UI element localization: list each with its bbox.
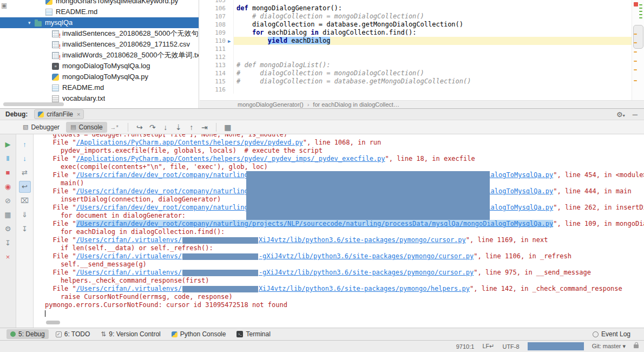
pin-tab-icon[interactable]: ↧ xyxy=(19,223,31,235)
stack-frame-link[interactable]: /Users/crifan/.virtualenvs/ xyxy=(76,269,182,276)
status-git-branch[interactable]: Git: master ▾ xyxy=(592,343,626,350)
toolwindow-button[interactable]: >_Terminal xyxy=(233,329,274,339)
debugger-tab-icon: ▧ xyxy=(23,123,28,131)
console-panel[interactable]: globals = debugger.run(setup['file'], No… xyxy=(34,134,644,328)
tree-horizontal-scrollbar[interactable] xyxy=(3,102,64,106)
jump-to-source-icon[interactable]: ⇄ xyxy=(19,167,31,179)
code-text: for eachDialog in dialogCollection.find(… xyxy=(233,29,644,37)
toolbar-separator xyxy=(128,123,128,132)
code-line[interactable]: 106def mongoDialogGenerator(): xyxy=(200,4,644,12)
status-encoding[interactable]: UTF-8 xyxy=(502,343,519,350)
toolwindow-button[interactable]: Python Console xyxy=(168,329,230,339)
console-horizontal-scrollbar[interactable] xyxy=(46,321,60,324)
status-caret-position[interactable]: 9710:1 xyxy=(456,343,475,350)
code-line[interactable]: 116 xyxy=(200,86,644,94)
breadcrumb-item[interactable]: for eachDialog in dialogCollect… xyxy=(313,101,399,108)
tab-debugger[interactable]: ▧ Debugger xyxy=(18,122,64,133)
code-line[interactable]: 111 xyxy=(200,45,644,53)
stack-frame-link[interactable]: XiJ4vtz/lib/python3.6/site-packages/pymo… xyxy=(259,236,466,244)
code-line[interactable]: 109 for eachDialog in dialogCollection.f… xyxy=(200,29,644,37)
toolwindow-label: Python Console xyxy=(180,330,226,338)
pin-icon[interactable]: ↧ xyxy=(2,237,14,249)
stack-frame-link[interactable]: /Users/crifan/dev/dev_root/company/natur… xyxy=(76,220,553,227)
stack-frame-link[interactable]: /Users/crifan/.virtualenvs/ xyxy=(76,236,182,244)
redaction-box xyxy=(182,286,258,292)
stop-program-icon[interactable]: ■ xyxy=(2,167,14,179)
tree-item[interactable]: mongoDialogToMysqlQa.py xyxy=(0,71,199,82)
code-line[interactable]: 114# dialogCollection = mongoDialogColle… xyxy=(200,69,644,77)
scroll-to-end-icon[interactable]: ⇓ xyxy=(19,209,31,221)
tree-item[interactable]: ▾mysqlQa xyxy=(0,17,199,28)
stack-frame-link[interactable]: /Users/crifan/.virtualenvs/ xyxy=(76,285,182,292)
tree-item[interactable]: !invalidSentences_20180628_5000个无效句子.csv xyxy=(0,28,199,39)
chevron-down-icon[interactable]: ▾ xyxy=(28,17,35,28)
tree-item-label: mongoDialogToMysqlQa.log xyxy=(62,61,150,71)
tab-console[interactable]: ▤ Console xyxy=(66,122,107,133)
code-editor[interactable]: 105106def mongoDialogGenerator():107 # d… xyxy=(200,0,644,100)
project-tree: mongoGnarsToMysqlMediaKeyword.pyREADME.m… xyxy=(0,0,199,104)
tree-item[interactable]: README.md xyxy=(0,82,199,93)
show-execution-point-icon[interactable]: ↪ xyxy=(133,123,146,132)
console-line: File "/Applications/PyCharm.app/Contents… xyxy=(45,139,644,147)
folder-icon xyxy=(35,21,42,27)
step-into-icon[interactable]: ↓ xyxy=(159,123,172,132)
tool-window-stripe-icon[interactable]: ▣ xyxy=(1,2,7,9)
todo-icon: ✓ xyxy=(56,331,62,337)
toolwindow-button[interactable]: ✓6: TODO xyxy=(52,329,94,339)
code-line[interactable]: 105 xyxy=(200,0,644,4)
debug-session-tab[interactable]: crifanFile × xyxy=(34,109,84,119)
mute-breakpoints-icon[interactable]: ⊘ xyxy=(2,195,14,207)
code-line[interactable]: 108 dialogCollection = database.getMongo… xyxy=(200,21,644,29)
breadcrumb-item[interactable]: mongoDialogGenerator() xyxy=(238,101,304,108)
tree-item[interactable]: README.md xyxy=(0,6,199,17)
resume-program-icon[interactable]: ▶ xyxy=(2,139,14,151)
tree-item[interactable]: !invalidWords_20180628_5000个无效单词.txt xyxy=(0,50,199,61)
step-out-icon[interactable]: ↑ xyxy=(185,123,198,132)
toolwindow-button[interactable]: ⇅9: Version Control xyxy=(97,329,164,339)
force-step-into-icon[interactable]: ⇣ xyxy=(172,123,185,132)
close-session-icon[interactable]: × xyxy=(2,251,14,263)
toolwindow-label: 5: Debug xyxy=(18,330,45,338)
tree-item[interactable]: mongoDialogToMysqlQa.log xyxy=(0,61,199,71)
console-line: File "/Users/crifan/.virtualenvs/-gXiJ4v… xyxy=(45,252,644,260)
down-stack-trace-icon[interactable]: ↓ xyxy=(19,153,31,165)
soft-wrap-icon[interactable]: ↩ xyxy=(19,181,31,193)
scrollbar-thumb[interactable] xyxy=(633,25,643,49)
stack-frame-link[interactable]: XiJ4vtz/lib/python3.6/site-packages/pymo… xyxy=(259,285,470,292)
tree-item-label: mysqlQa xyxy=(45,17,73,28)
toolwindow-label: 6: TODO xyxy=(64,330,90,338)
toolwindow-button[interactable]: 5: Debug xyxy=(6,329,49,339)
settings-icon[interactable]: ⚙▾ xyxy=(616,110,625,119)
pause-program-icon[interactable]: Ⅱ xyxy=(2,153,14,165)
restore-layout-icon[interactable]: ▦ xyxy=(2,209,14,221)
code-line[interactable]: 110▶ yield eachDialog xyxy=(200,37,644,45)
stack-frame-link[interactable]: /Applications/PyCharm.app/Contents/helpe… xyxy=(76,155,385,162)
tree-item[interactable]: !invalidSentences_20180629_171152.csv xyxy=(0,39,199,50)
terminal-icon: >_ xyxy=(236,331,243,337)
stack-frame-link[interactable]: -gXiJ4vtz/lib/python3.6/site-packages/py… xyxy=(259,269,474,276)
view-breakpoints-icon[interactable]: ◉ xyxy=(2,181,14,193)
editor-scrollbar[interactable] xyxy=(632,0,644,100)
code-line[interactable]: 115# dialogCollection = database.getMong… xyxy=(200,77,644,86)
code-line[interactable]: 112 xyxy=(200,53,644,61)
clear-console-icon[interactable]: ⌧ xyxy=(19,195,31,207)
code-line[interactable]: 107 # dialogCollection = mongoDialogColl… xyxy=(200,12,644,21)
console-text: insertDialog(connection, dialogGenerator… xyxy=(45,195,221,203)
stack-frame-link[interactable]: /Applications/PyCharm.app/Contents/helpe… xyxy=(76,139,303,146)
step-over-icon[interactable]: ↷ xyxy=(146,123,159,132)
status-line-separator[interactable]: LF↵ xyxy=(482,343,494,350)
run-to-cursor-icon[interactable]: ⇥ xyxy=(198,123,211,132)
code-line[interactable]: 113# def mongoDialogList(): xyxy=(200,61,644,69)
stack-frame-link[interactable]: -gXiJ4vtz/lib/python3.6/site-packages/py… xyxy=(259,252,474,260)
settings-gear-icon[interactable]: ⚙ xyxy=(2,223,14,235)
view-layout-icon[interactable]: ▦ xyxy=(221,123,234,132)
toolwindow-button[interactable]: Event Log xyxy=(589,329,634,339)
tree-item[interactable]: mongoGnarsToMysqlMediaKeyword.py xyxy=(0,0,199,6)
hide-panel-icon[interactable]: ─ xyxy=(633,110,638,119)
up-stack-trace-icon[interactable]: ↑ xyxy=(19,139,31,151)
stack-frame-link[interactable]: /Users/crifan/.virtualenvs/ xyxy=(76,252,182,260)
close-icon[interactable]: × xyxy=(77,111,80,118)
lock-icon[interactable] xyxy=(634,344,639,348)
code-token: def xyxy=(236,4,252,12)
line-number: 112 xyxy=(200,53,233,61)
